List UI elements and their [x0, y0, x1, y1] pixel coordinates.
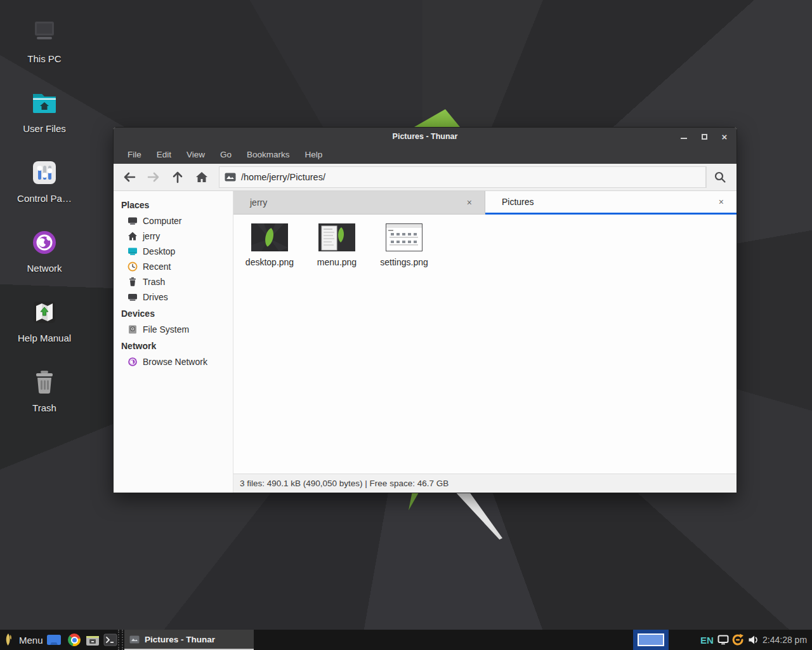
desktop-icon-label: Trash — [5, 402, 84, 413]
menu-bookmarks[interactable]: Bookmarks — [240, 147, 296, 162]
sidebar-item-label: Desktop — [143, 246, 175, 256]
volume-tray-icon[interactable] — [747, 630, 761, 650]
desktop-icon-trash[interactable]: Trash — [5, 366, 84, 413]
menu-edit[interactable]: Edit — [150, 147, 178, 162]
up-arrow-icon — [173, 171, 183, 183]
update-manager-tray-icon[interactable] — [730, 630, 746, 650]
file-settings-png[interactable]: settings.png — [370, 220, 438, 271]
tab-pictures[interactable]: Pictures × — [485, 191, 737, 215]
file-desktop-png[interactable]: desktop.png — [236, 220, 303, 271]
tab-close-button[interactable]: × — [463, 196, 476, 209]
desktop-icon-control-panel[interactable]: Control Pa… — [5, 156, 84, 204]
sidebar-item-browse-network[interactable]: Browse Network — [114, 354, 233, 369]
sidebar-item-jerry[interactable]: jerry — [114, 229, 233, 244]
browser-launcher[interactable] — [66, 630, 82, 650]
window-title: Pictures - Thunar — [114, 132, 737, 141]
sidebar-item-label: Recent — [143, 262, 171, 272]
sidebar-item-label: Browse Network — [143, 357, 207, 367]
pc-icon — [28, 17, 61, 50]
panel-drag-handle[interactable] — [118, 630, 123, 650]
sidebar-item-label: Computer — [143, 216, 181, 226]
clock[interactable]: 2:44:28 pm — [763, 630, 807, 650]
forward-button[interactable] — [141, 166, 166, 188]
sidebar-header-devices: Devices — [114, 305, 233, 322]
tab-close-button[interactable]: × — [715, 196, 728, 208]
sidebar-item-trash[interactable]: Trash — [114, 274, 233, 289]
display-settings-tray-icon[interactable] — [716, 630, 730, 650]
desktop-icon-network[interactable]: Network — [5, 226, 84, 274]
show-desktop-button[interactable] — [46, 630, 62, 650]
browse-network-globe-icon — [128, 357, 138, 367]
computer-icon — [128, 216, 138, 226]
minimize-button[interactable] — [678, 131, 690, 142]
clock-label: 2:44:28 pm — [763, 635, 807, 645]
desktop-icon-user-files[interactable]: User Files — [5, 86, 84, 134]
sidebar-item-drives[interactable]: Drives — [114, 289, 233, 305]
home-icon — [195, 171, 208, 183]
toolbar: /home/jerry/Pictures/ — [114, 164, 737, 191]
sidebar-item-computer[interactable]: Computer — [114, 213, 233, 229]
folder-home-icon — [28, 86, 61, 119]
trash-icon — [128, 277, 138, 287]
speaker-icon — [748, 635, 759, 645]
menu-button[interactable]: Menu — [0, 630, 49, 650]
wallpaper-white-streak — [453, 493, 502, 540]
sidebar-item-label: Drives — [143, 292, 168, 302]
close-button[interactable]: × — [719, 131, 730, 142]
file-menu-png[interactable]: menu.png — [303, 220, 370, 271]
up-button[interactable] — [166, 166, 190, 188]
terminal-launcher[interactable] — [102, 630, 119, 650]
sidebar-header-network: Network — [114, 337, 233, 354]
sidebar-item-label: File System — [143, 324, 189, 335]
menu-button-label: Menu — [19, 635, 43, 646]
desktop-icon-label: User Files — [5, 123, 84, 134]
tab-label: jerry — [250, 197, 463, 208]
menu-view[interactable]: View — [180, 147, 211, 162]
tab-jerry[interactable]: jerry × — [233, 191, 485, 215]
network-globe-icon — [28, 226, 61, 259]
sidebar-item-file-system[interactable]: File System — [114, 322, 233, 337]
mint-logo-icon — [4, 633, 14, 647]
sidebar-item-label: jerry — [143, 231, 160, 241]
maximize-icon — [702, 134, 707, 140]
desktop-png-thumbnail — [251, 223, 288, 251]
menu-go[interactable]: Go — [214, 147, 238, 162]
forward-arrow-icon — [147, 172, 160, 182]
drive-icon — [128, 292, 138, 302]
help-manual-icon — [28, 296, 61, 329]
workspace-switcher[interactable] — [633, 630, 669, 650]
task-window-icon — [129, 635, 140, 644]
search-button[interactable] — [706, 166, 733, 188]
file-name: menu.png — [317, 257, 357, 267]
keyboard-layout-indicator[interactable]: EN — [700, 630, 714, 650]
sidebar-item-label: Trash — [143, 277, 165, 287]
recent-clock-icon — [128, 262, 138, 272]
back-button[interactable] — [117, 166, 141, 188]
task-button-label: Pictures - Thunar — [145, 635, 215, 644]
desktop-icon — [128, 246, 138, 256]
close-icon: × — [722, 131, 728, 142]
active-workspace[interactable] — [638, 633, 664, 646]
desktop-icon-label: Network — [5, 263, 84, 274]
sidebar-item-desktop[interactable]: Desktop — [114, 244, 233, 259]
taskbar: Menu Pictures - Thunar EN 2:44:28 pm — [0, 630, 812, 650]
menu-file[interactable]: File — [121, 147, 148, 162]
maximize-button[interactable] — [698, 131, 710, 142]
file-name: desktop.png — [246, 257, 294, 267]
chrome-icon — [68, 633, 81, 646]
file-manager-launcher[interactable] — [84, 630, 101, 650]
sidebar-item-recent[interactable]: Recent — [114, 259, 233, 274]
home-button[interactable] — [190, 166, 214, 188]
desktop-icon-this-pc[interactable]: This PC — [5, 17, 84, 64]
file-list-view[interactable]: desktop.png menu.png settings.png — [233, 215, 737, 474]
taskbar-window-button[interactable]: Pictures - Thunar — [124, 630, 254, 650]
wallpaper-mint-logo-fragment-bottom — [409, 493, 419, 510]
tab-bar: jerry × Pictures × — [233, 191, 737, 215]
desktop-icon-help-manual[interactable]: Help Manual — [5, 296, 84, 343]
path-bar[interactable]: /home/jerry/Pictures/ — [219, 166, 706, 188]
update-refresh-icon — [731, 633, 745, 647]
menu-help[interactable]: Help — [299, 147, 329, 162]
display-icon — [717, 635, 729, 645]
file-manager-icon — [86, 633, 100, 646]
window-titlebar[interactable]: Pictures - Thunar × — [114, 128, 737, 145]
